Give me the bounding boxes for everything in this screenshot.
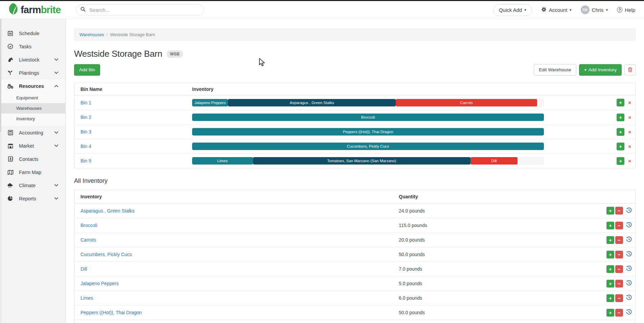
inventory-remove-button[interactable]: − — [615, 265, 623, 273]
sidebar-item-warehouses[interactable]: Warehouses — [0, 103, 65, 114]
bin-add-inventory-button[interactable]: + — [617, 128, 624, 136]
bin-row-actions: +× — [617, 157, 636, 165]
sidebar-item-reports[interactable]: Reports — [0, 192, 65, 205]
bin-remove-button[interactable]: × — [628, 115, 631, 120]
inventory-history-button[interactable] — [626, 265, 632, 273]
inventory-remove-button[interactable]: − — [615, 207, 623, 215]
sidebar-item-accounting[interactable]: Accounting — [0, 126, 65, 139]
bin-remove-button[interactable]: × — [628, 129, 631, 135]
sidebar-item-tasks[interactable]: Tasks — [0, 40, 65, 53]
bin-segment-peppers-hot-thai-dragon[interactable]: Peppers ((Hot)), Thai Dragon — [192, 128, 544, 135]
breadcrumb-warehouses-link[interactable]: Warehouses — [79, 32, 104, 37]
sidebar-scrollbar[interactable] — [0, 19, 1, 323]
inventory-history-button[interactable] — [626, 294, 632, 302]
inventory-add-button[interactable]: + — [606, 309, 614, 317]
bin-segment-tomatoes-san-marzano-san-marzano[interactable]: Tomatoes, San Marzano (San Marzano) — [253, 157, 470, 165]
account-menu[interactable]: Account▾ — [541, 7, 572, 13]
bin-row: Bin 4Cucumbers, Pickly Cucs+× — [74, 139, 636, 153]
inventory-add-button[interactable]: + — [606, 265, 614, 273]
inventory-remove-button[interactable]: − — [615, 222, 623, 229]
inventory-history-button[interactable] — [626, 207, 632, 215]
bin-link-bin-1[interactable]: Bin 1 — [80, 100, 91, 105]
add-inventory-button[interactable]: +Add Inventory — [579, 64, 622, 76]
search-input[interactable] — [89, 7, 199, 13]
scrollbar-thumb[interactable] — [0, 19, 1, 132]
bin-link-bin-3[interactable]: Bin 3 — [80, 129, 91, 134]
help-icon: ? — [617, 7, 622, 13]
inventory-add-button[interactable]: + — [606, 294, 614, 302]
inventory-remove-button[interactable]: − — [615, 309, 623, 317]
inventory-add-button[interactable]: + — [606, 207, 614, 215]
inventory-remove-button[interactable]: − — [615, 280, 623, 288]
inventory-link-jalapeno-peppers[interactable]: Jalapeno Peppers — [80, 281, 119, 286]
delete-warehouse-button[interactable] — [624, 65, 636, 75]
inventory-remove-button[interactable]: − — [615, 294, 623, 302]
inventory-history-button[interactable] — [626, 280, 632, 287]
farmbrite-logo[interactable]: farmbrite — [8, 3, 68, 17]
tractor-icon — [7, 83, 14, 89]
bin-remove-button[interactable]: × — [628, 100, 631, 105]
caret-down-icon: ▾ — [524, 8, 526, 12]
inventory-row: Carrots20.0 pounds+− — [74, 232, 636, 247]
bin-add-inventory-button[interactable]: + — [617, 143, 624, 150]
inventory-remove-button[interactable]: − — [615, 251, 623, 258]
inventory-add-button[interactable]: + — [606, 236, 614, 244]
bin-segment-carrots[interactable]: Carrots — [396, 99, 537, 106]
bins-table-header: Bin NameInventory — [74, 83, 636, 95]
inventory-link-peppers-hot-thai-dragon[interactable]: Peppers ((Hot)), Thai Dragon — [80, 310, 142, 315]
sidebar-item-market[interactable]: Market — [0, 139, 65, 152]
bin-add-inventory-button[interactable]: + — [617, 99, 624, 106]
inventory-link-carrots[interactable]: Carrots — [80, 237, 96, 243]
bin-add-inventory-button[interactable]: + — [617, 114, 624, 121]
history-icon — [626, 294, 632, 302]
help-link[interactable]: ? Help — [617, 7, 635, 13]
sidebar-item-contacts[interactable]: Contacts — [0, 152, 65, 166]
inventory-quantity: 20.0 pounds — [399, 237, 606, 243]
inventory-quantity: 6.0 pounds — [399, 295, 606, 301]
bin-link-bin-4[interactable]: Bin 4 — [80, 144, 91, 149]
inventory-link-cucumbers-pickly-cucs[interactable]: Cucumbers, Pickly Cucs — [80, 252, 132, 257]
inventory-add-button[interactable]: + — [606, 280, 614, 288]
quick-add-button[interactable]: Quick Add▾ — [493, 4, 532, 16]
sidebar-item-equipment[interactable]: Equipment — [0, 93, 65, 103]
bin-segment-limes[interactable]: Limes — [192, 157, 253, 165]
bin-segment-dill[interactable]: Dill — [470, 157, 518, 165]
sidebar-item-resources[interactable]: Resources — [0, 79, 65, 93]
bin-segment-cucumbers-pickly-cucs[interactable]: Cucumbers, Pickly Cucs — [192, 143, 544, 150]
calendar-icon — [7, 30, 14, 36]
bin-add-inventory-button[interactable]: + — [617, 157, 624, 165]
inventory-name-cell: Broccoli — [74, 222, 399, 228]
inventory-link-broccoli[interactable]: Broccoli — [80, 223, 97, 228]
user-menu[interactable]: CH Chris▾ — [581, 5, 608, 14]
bin-capacity-bar: Cucumbers, Pickly Cucs — [192, 143, 544, 150]
inventory-history-button[interactable] — [626, 251, 632, 258]
edit-warehouse-button[interactable]: Edit Warehouse — [534, 64, 576, 76]
bin-segment-jalapeno-peppers[interactable]: Jalapeno Peppers — [192, 99, 228, 106]
inventory-history-button[interactable] — [626, 236, 632, 244]
inventory-link-asparagus-green-stalks[interactable]: Asparagus , Green Stalks — [80, 208, 135, 214]
inventory-history-button[interactable] — [626, 309, 632, 316]
leaf-logo-icon — [8, 3, 18, 17]
inventory-add-button[interactable]: + — [606, 222, 614, 229]
inventory-quantity: 50.0 pounds — [399, 310, 606, 315]
sidebar-item-livestock[interactable]: Livestock — [0, 53, 65, 66]
sidebar-item-farm-map[interactable]: Farm Map — [0, 166, 65, 179]
inventory-history-button[interactable] — [626, 222, 632, 229]
bin-link-bin-2[interactable]: Bin 2 — [80, 115, 91, 120]
bin-link-bin-5[interactable]: Bin 5 — [80, 158, 91, 164]
bin-segment-broccoli[interactable]: Broccoli — [192, 114, 544, 121]
sidebar-item-plantings[interactable]: Plantings — [0, 66, 65, 79]
history-icon — [626, 222, 632, 229]
sidebar-item-climate[interactable]: Climate — [0, 179, 65, 192]
search-box[interactable] — [76, 4, 204, 16]
bin-remove-button[interactable]: × — [628, 158, 631, 164]
bin-remove-button[interactable]: × — [628, 144, 631, 149]
inventory-link-dill[interactable]: Dill — [80, 266, 87, 272]
bin-segment-asparagus-green-stalks[interactable]: Asparagus , Green Stalks — [228, 99, 396, 106]
sidebar-item-inventory[interactable]: Inventory — [0, 114, 65, 124]
inventory-remove-button[interactable]: − — [615, 236, 623, 244]
add-bin-button[interactable]: Add Bin — [74, 64, 100, 76]
inventory-add-button[interactable]: + — [606, 251, 614, 258]
sidebar-item-schedule[interactable]: Schedule — [0, 27, 65, 40]
inventory-link-limes[interactable]: Limes — [80, 295, 93, 301]
